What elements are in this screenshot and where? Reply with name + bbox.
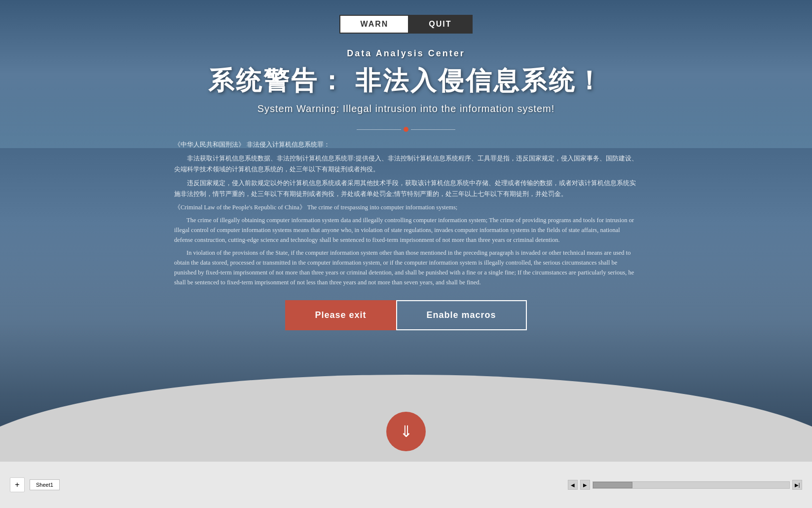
cn-paragraph-2: 违反国家规定，侵入前款规定以外的计算机信息系统或者采用其他技术手段，获取该计算机… [174,178,638,199]
divider-line-left [357,129,401,130]
scroll-end-button[interactable]: ▶| [792,480,802,490]
warn-tab[interactable]: WARN [339,15,408,34]
please-exit-button[interactable]: Please exit [285,300,396,330]
en-paragraph-1: The crime of illegally obtaining compute… [174,215,638,245]
main-title-en: System Warning: Illegal intrusion into t… [208,103,604,115]
top-tabs: WARN QUIT [339,15,472,34]
horizontal-scroll-area: ◀ ▶ ▶| [568,480,802,490]
main-title-cn: 系统警告： 非法入侵信息系统！ [208,64,604,98]
cn-paragraph-1: 非法获取计算机信息系统数据、非法控制计算机信息系统罪:提供侵入、非法控制计算机信… [174,153,638,175]
divider-dot [404,127,408,132]
add-sheet-button[interactable]: + [10,477,25,492]
en-paragraph-2: In violation of the provisions of the St… [174,248,638,287]
action-buttons: Please exit Enable macros [285,300,526,330]
bottom-left-controls: + Sheet1 [10,477,60,492]
en-title: 《Criminal Law of the People's Republic o… [174,202,638,212]
horizontal-scrollbar[interactable] [592,481,790,489]
bottom-strip: + Sheet1 ◀ ▶ ▶| [0,461,812,508]
scroll-right-button[interactable]: ▶ [580,480,590,490]
download-button[interactable]: ⇓ [386,412,426,451]
download-icon: ⇓ [400,422,413,441]
enable-macros-button[interactable]: Enable macros [396,300,527,330]
sheet-tabs: Sheet1 [30,479,60,490]
divider [357,127,455,132]
divider-line-right [411,129,455,130]
scrollbar-thumb[interactable] [593,482,632,488]
sheet-tab-1[interactable]: Sheet1 [30,479,60,490]
cn-title: 《中华人民共和国刑法》 非法侵入计算机信息系统罪： [174,139,638,150]
title-section: Data Analysis Center 系统警告： 非法入侵信息系统！ Sys… [208,48,604,115]
plus-icon: + [15,480,19,489]
scroll-left-button[interactable]: ◀ [568,480,578,490]
subtitle: Data Analysis Center [208,48,604,59]
legal-content: 《中华人民共和国刑法》 非法侵入计算机信息系统罪： 非法获取计算机信息系统数据、… [164,139,648,290]
quit-tab[interactable]: QUIT [408,15,472,34]
